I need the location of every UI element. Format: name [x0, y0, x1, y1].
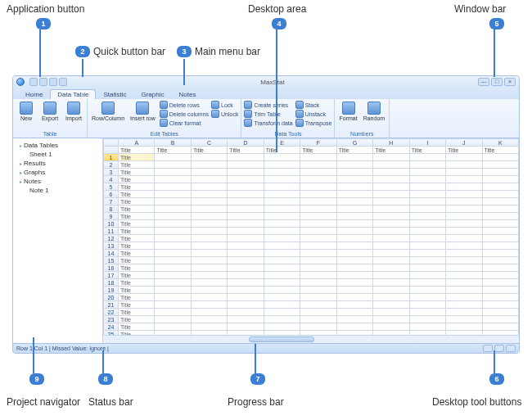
cell[interactable]	[373, 213, 409, 220]
column-title-cell[interactable]: Title	[409, 147, 445, 154]
cell[interactable]	[264, 228, 300, 235]
cell[interactable]: Title	[119, 191, 155, 198]
cell[interactable]	[336, 301, 372, 309]
qat-redo-button[interactable]	[49, 78, 57, 86]
column-title-cell[interactable]: Title	[155, 147, 191, 154]
cell[interactable]	[373, 169, 409, 176]
cell[interactable]	[409, 228, 445, 235]
cell[interactable]	[336, 154, 372, 161]
row-header[interactable]: 6	[104, 191, 119, 198]
clear-format-button[interactable]: Clear format	[160, 119, 201, 127]
cell[interactable]	[373, 161, 409, 169]
cell[interactable]	[228, 169, 264, 176]
cell[interactable]	[482, 228, 518, 235]
cell[interactable]	[446, 279, 482, 287]
cell[interactable]	[446, 198, 482, 205]
cell[interactable]	[446, 272, 482, 279]
qat-save-button[interactable]	[29, 78, 38, 86]
cell[interactable]: Title	[119, 205, 155, 213]
cell[interactable]	[264, 154, 300, 161]
spreadsheet[interactable]: ABCDEFGHIJKTitleTitleTitleTitleTitleTitl…	[103, 138, 519, 335]
cell[interactable]	[336, 323, 372, 331]
horizontal-scrollbar[interactable]	[103, 335, 519, 343]
application-button[interactable]	[16, 78, 25, 86]
cell[interactable]	[228, 323, 264, 331]
cell[interactable]	[300, 287, 336, 294]
row-header[interactable]: 13	[104, 242, 119, 250]
cell[interactable]	[446, 242, 482, 250]
cell[interactable]	[228, 220, 264, 228]
cell[interactable]	[191, 213, 227, 220]
cell[interactable]	[482, 279, 518, 287]
cell[interactable]	[264, 250, 300, 257]
cell[interactable]	[155, 316, 191, 323]
column-header-E[interactable]: E	[264, 139, 300, 147]
corner-cell[interactable]	[104, 139, 119, 147]
cell[interactable]	[264, 191, 300, 198]
cell[interactable]	[191, 154, 227, 161]
new-button[interactable]: New	[16, 101, 37, 122]
cell[interactable]	[336, 169, 372, 176]
cell[interactable]	[409, 323, 445, 331]
cell[interactable]: Title	[119, 220, 155, 228]
cell[interactable]	[336, 161, 372, 169]
import-button[interactable]: Import	[63, 101, 84, 122]
row-header[interactable]: 15	[104, 257, 119, 264]
cell[interactable]	[482, 264, 518, 272]
cell[interactable]	[155, 169, 191, 176]
cell[interactable]	[336, 213, 372, 220]
column-title-cell[interactable]: Title	[446, 147, 482, 154]
cell[interactable]	[191, 279, 227, 287]
cell[interactable]	[482, 257, 518, 264]
cell[interactable]	[446, 205, 482, 213]
cell[interactable]	[482, 250, 518, 257]
cell[interactable]	[228, 228, 264, 235]
column-header-D[interactable]: D	[228, 139, 264, 147]
cell[interactable]: Title	[119, 154, 155, 161]
cell[interactable]	[155, 250, 191, 257]
cell[interactable]	[264, 213, 300, 220]
cell[interactable]	[482, 205, 518, 213]
cell[interactable]	[264, 242, 300, 250]
cell[interactable]	[300, 198, 336, 205]
row-header[interactable]: 14	[104, 250, 119, 257]
cell[interactable]	[228, 294, 264, 301]
row-header[interactable]: 17	[104, 272, 119, 279]
unlock-button[interactable]: Unlock	[211, 110, 238, 118]
cell[interactable]	[482, 176, 518, 183]
nav-item-note-1[interactable]: Note 1	[15, 186, 101, 195]
cell[interactable]: Title	[119, 323, 155, 331]
cell[interactable]	[191, 191, 227, 198]
cell[interactable]	[300, 272, 336, 279]
cell[interactable]	[336, 235, 372, 242]
row-header[interactable]: 12	[104, 235, 119, 242]
cell[interactable]	[155, 220, 191, 228]
cell[interactable]: Title	[119, 279, 155, 287]
cell[interactable]	[446, 213, 482, 220]
cell[interactable]	[482, 220, 518, 228]
row-header[interactable]: 19	[104, 287, 119, 294]
cell[interactable]	[155, 294, 191, 301]
transform-data-button[interactable]: Transform data	[244, 119, 292, 127]
cell[interactable]: Title	[119, 287, 155, 294]
cell[interactable]	[191, 323, 227, 331]
cell[interactable]	[446, 161, 482, 169]
cell[interactable]	[482, 154, 518, 161]
cell[interactable]	[264, 183, 300, 191]
cell[interactable]	[482, 272, 518, 279]
cell[interactable]	[482, 301, 518, 309]
tab-home[interactable]: Home	[18, 89, 50, 99]
cell[interactable]	[446, 323, 482, 331]
cell[interactable]	[228, 213, 264, 220]
cell[interactable]	[336, 242, 372, 250]
cell[interactable]	[446, 257, 482, 264]
cell[interactable]	[336, 220, 372, 228]
cell[interactable]	[191, 161, 227, 169]
cell[interactable]	[446, 264, 482, 272]
cell[interactable]	[446, 183, 482, 191]
row-header[interactable]: 23	[104, 316, 119, 323]
cell[interactable]	[373, 323, 409, 331]
cell[interactable]	[482, 287, 518, 294]
cell[interactable]	[373, 257, 409, 264]
cell[interactable]	[300, 228, 336, 235]
